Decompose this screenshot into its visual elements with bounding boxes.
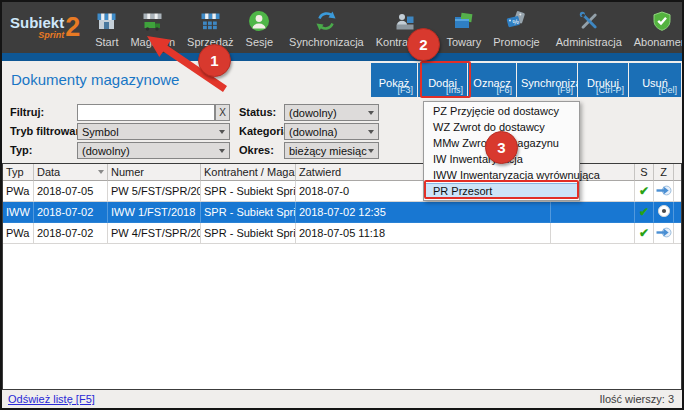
- status-bar: Odśwież listę [F5] Ilość wierszy: 3: [2, 390, 682, 408]
- cell-numer: PW 5/FST/SPR/2018: [108, 181, 201, 202]
- toolbar-item-synchronizacja[interactable]: Synchronizacja: [283, 2, 370, 53]
- column-header-kontrahent[interactable]: Kontrahent / Magazyn: [201, 164, 296, 181]
- logo-sprint-text: Sprint: [38, 31, 64, 40]
- cell-numer: PW 4/FST/SPR/2018: [108, 223, 201, 244]
- promo-tags-icon: %: [505, 9, 529, 33]
- column-header-numer[interactable]: Numer: [108, 164, 201, 181]
- toolbar-item-magazyn[interactable]: Magazyn: [124, 2, 181, 53]
- store-icon: [95, 9, 118, 33]
- combo-value: (dowolny): [289, 107, 337, 119]
- check-icon: [639, 226, 649, 240]
- button-shortcut: [Ctrl-P]: [596, 85, 624, 95]
- button-shortcut: [Ins]: [446, 85, 463, 95]
- cell-typ: PWa: [3, 223, 34, 244]
- sort-desc-icon: [98, 170, 104, 174]
- refresh-list-link[interactable]: Odśwież listę [F5]: [8, 393, 95, 405]
- logo-subiekt-text: Subiekt: [10, 15, 64, 30]
- contractors-icon: [393, 9, 417, 33]
- cell-filler: [674, 223, 681, 244]
- typ-select[interactable]: (dowolny): [77, 142, 230, 159]
- cell-kontrahent: SPR - Subiekt Sprint: [201, 223, 296, 244]
- action-button-bar: Pokaż [F3] Dodaj [Ins] Oznacz [F6] Synch…: [371, 63, 681, 97]
- cell-numer: IWW 1/FST/2018: [108, 202, 201, 223]
- usun-button[interactable]: Usuń [Del]: [629, 63, 681, 97]
- filter-panel: Filtruj: X Tryb filtrowania: Symbol Typ:…: [2, 101, 682, 163]
- cell-action[interactable]: [654, 181, 674, 202]
- button-shortcut: [Del]: [658, 85, 677, 95]
- menu-item-iww[interactable]: IWW Inwentaryzacja wyrównująca: [425, 167, 578, 183]
- toolbar-item-towary[interactable]: Towary: [440, 2, 487, 53]
- combo-value: (dowolna): [289, 126, 337, 138]
- toolbar-item-label: Magazyn: [130, 36, 175, 48]
- button-shortcut: [F6]: [496, 85, 512, 95]
- accent-stripe: [2, 53, 682, 61]
- kategoria-select[interactable]: (dowolna): [284, 123, 379, 140]
- table-row[interactable]: PWa 2018-07-02 PW 4/FST/SPR/2018 SPR - S…: [3, 223, 681, 244]
- toolbar-item-label: Start: [95, 36, 118, 48]
- filtruj-label: Filtruj:: [10, 106, 44, 118]
- cell-data: 2018-07-02: [34, 202, 108, 223]
- radio-dot-icon: [657, 204, 671, 220]
- cell-status: [635, 223, 654, 244]
- cell-zatwierdzony: 2018-07-02 12:35: [296, 202, 551, 223]
- cell-filler: [674, 202, 681, 223]
- toolbar-item-promocje[interactable]: % Promocje: [487, 2, 545, 53]
- column-header-filler: [674, 164, 681, 181]
- annotation-step-1: 1: [198, 44, 231, 77]
- sales-shelf-icon: [199, 9, 222, 33]
- toolbar-item-label: Synchronizacja: [289, 36, 364, 48]
- table-row-selected[interactable]: IWW 2018-07-02 IWW 1/FST/2018 SPR - Subi…: [3, 202, 681, 223]
- toolbar-item-label: Promocje: [493, 36, 539, 48]
- column-header-z[interactable]: Z: [654, 164, 674, 181]
- title-bar: Dokumenty magazynowe Pokaż [F3] Dodaj [I…: [2, 61, 682, 101]
- toolbar-item-sesje[interactable]: Sesje: [240, 2, 280, 53]
- toolbar-item-label: Administracja: [556, 36, 622, 48]
- okres-select[interactable]: bieżący miesiąc: [284, 142, 379, 159]
- cell-data: 2018-07-05: [34, 181, 108, 202]
- cell-action[interactable]: [654, 223, 674, 244]
- tryb-filtrowania-select[interactable]: Symbol: [77, 123, 230, 140]
- toolbar-item-abonament[interactable]: Abonament: [628, 2, 684, 53]
- app-window: Subiekt Sprint 2 Start Magazyn Sprzedaż …: [0, 0, 684, 410]
- combo-value: (dowolny): [82, 145, 130, 157]
- column-header-typ[interactable]: Typ: [3, 164, 34, 181]
- button-shortcut: [F3]: [397, 85, 413, 95]
- toolbar-item-label: Abonament: [634, 36, 684, 48]
- cell-status: [635, 202, 654, 223]
- cell-empty: [551, 223, 635, 244]
- clear-filter-button[interactable]: X: [215, 104, 230, 121]
- cell-kontrahent: SPR - Subiekt Sprint: [201, 202, 296, 223]
- toolbar-item-label: Sesje: [246, 36, 274, 48]
- dodaj-button[interactable]: Dodaj [Ins]: [418, 63, 467, 97]
- column-header-data[interactable]: Data: [34, 164, 108, 181]
- chevron-down-icon: [219, 149, 225, 153]
- toolbar-item-start[interactable]: Start: [89, 2, 124, 53]
- cell-status: [635, 181, 654, 202]
- synchronizacja-button[interactable]: Synchronizacja [F9]: [517, 63, 577, 97]
- logo-number: 2: [65, 15, 80, 39]
- page-title: Dokumenty magazynowe: [11, 71, 179, 88]
- typ-label: Typ:: [10, 144, 32, 156]
- column-header-s[interactable]: S: [635, 164, 654, 181]
- pokaz-button[interactable]: Pokaż [F3]: [371, 63, 417, 97]
- filter-input[interactable]: [77, 104, 215, 121]
- annotation-step-3: 3: [485, 131, 518, 164]
- oznacz-button[interactable]: Oznacz [F6]: [468, 63, 516, 97]
- cell-action[interactable]: [654, 202, 674, 223]
- shield-check-icon: [651, 9, 673, 33]
- chevron-down-icon: [368, 149, 374, 153]
- cell-zatwierdzony: 2018-07-05 11:18: [296, 223, 551, 244]
- status-label: Status:: [239, 106, 276, 118]
- menu-item-pr-przesort[interactable]: PR Przesort: [425, 183, 578, 199]
- okres-label: Okres:: [239, 144, 274, 156]
- menu-item-pz[interactable]: PZ Przyjęcie od dostawcy: [425, 103, 578, 119]
- main-toolbar: Subiekt Sprint 2 Start Magazyn Sprzedaż …: [2, 2, 682, 53]
- documents-table: Typ Data Numer Kontrahent / Magazyn Zatw…: [2, 163, 682, 390]
- cell-typ: IWW: [3, 202, 34, 223]
- check-icon: [639, 184, 649, 198]
- arrow-circle-icon: [656, 226, 672, 241]
- status-select[interactable]: (dowolny): [284, 104, 379, 121]
- toolbar-item-administracja[interactable]: Administracja: [550, 2, 628, 53]
- drukuj-button[interactable]: Drukuj [Ctrl-P]: [578, 63, 628, 97]
- check-icon: [639, 205, 649, 219]
